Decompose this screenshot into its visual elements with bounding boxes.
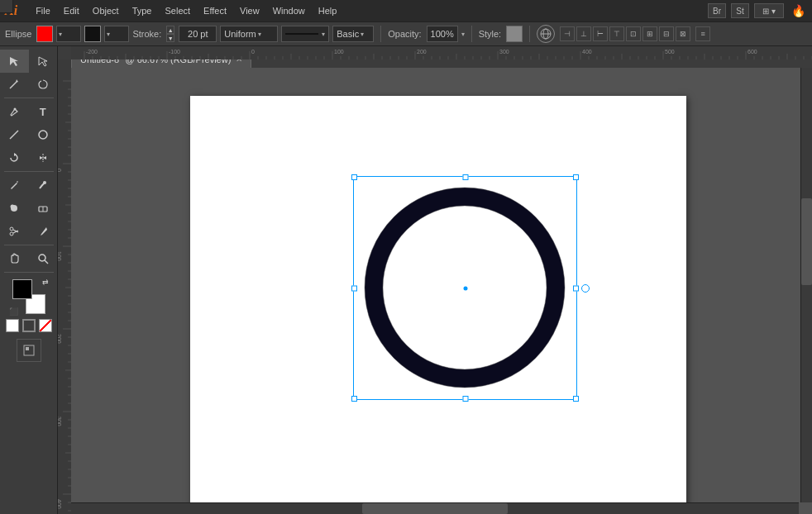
svg-text:-100: -100	[169, 49, 180, 55]
profile-label: Basic	[337, 29, 359, 39]
paintbrush-tool[interactable]	[29, 174, 58, 197]
direct-selection-tool[interactable]	[29, 50, 58, 73]
more-options-btn[interactable]: ≡	[695, 26, 710, 41]
fill-dropdown[interactable]: ▾	[56, 26, 81, 42]
menu-type[interactable]: Type	[126, 4, 159, 17]
reset-colors-icon[interactable]: ⬛	[9, 307, 18, 316]
stroke-weight-input[interactable]	[179, 26, 217, 42]
tool-row-1	[0, 50, 57, 73]
flame-icon[interactable]: 🔥	[789, 3, 807, 18]
menu-select[interactable]: Select	[158, 4, 197, 17]
selection-tool[interactable]	[0, 50, 29, 73]
menu-help[interactable]: Help	[312, 4, 344, 17]
tool-row-7	[0, 197, 57, 220]
opacity-arrow[interactable]: ▾	[461, 31, 465, 38]
swap-colors-icon[interactable]: ⇄	[42, 278, 49, 286]
magic-wand-tool[interactable]	[0, 73, 29, 96]
svg-text:400: 400	[582, 49, 592, 55]
scrollbar-horizontal[interactable]	[71, 502, 799, 514]
opacity-input[interactable]	[427, 26, 458, 42]
arrange-btn-6[interactable]: ⊞	[642, 26, 657, 41]
blob-brush-tool[interactable]	[0, 197, 29, 220]
ruler-vertical: 0100200300400	[58, 59, 71, 514]
tool-sep-4	[4, 272, 54, 273]
none-indicator[interactable]	[39, 319, 52, 332]
arrange-btn-3[interactable]: ⊢	[593, 26, 608, 41]
stock-icon[interactable]: St	[731, 3, 749, 18]
arrange-btn-5[interactable]: ⊡	[626, 26, 641, 41]
svg-text:600: 600	[748, 49, 757, 55]
color-section: ⬛ ⇄	[4, 276, 54, 317]
type-tool[interactable]: T	[29, 100, 58, 123]
tool-row-4	[0, 123, 57, 146]
scrollbar-h-thumb[interactable]	[362, 503, 508, 514]
svg-text:100: 100	[334, 49, 344, 55]
tool-row-2	[0, 73, 57, 96]
svg-rect-23	[71, 46, 812, 59]
tool-sep-2	[4, 171, 54, 172]
knife-tool[interactable]	[29, 220, 58, 243]
scrollbar-vertical[interactable]	[800, 68, 812, 502]
pen-tool[interactable]	[0, 100, 29, 123]
stroke-indicator[interactable]	[22, 319, 36, 332]
sep2	[471, 26, 472, 42]
tool-row-6	[0, 174, 57, 197]
reflect-tool[interactable]	[29, 146, 58, 169]
rotation-handle[interactable]	[581, 284, 590, 293]
profile-arrow: ▾	[361, 31, 364, 38]
arrange-btn-8[interactable]: ⊠	[676, 26, 690, 41]
svg-line-3	[10, 82, 17, 88]
bridge-icon[interactable]: Br	[708, 3, 726, 18]
doc-area: T	[0, 46, 812, 514]
menu-effect[interactable]: Effect	[197, 4, 233, 17]
style-swatch[interactable]	[506, 26, 523, 42]
stroke-up-arrow[interactable]: ▲	[166, 26, 174, 34]
svg-text:100: 100	[58, 251, 62, 261]
stroke-dropdown[interactable]: ▾	[104, 26, 129, 42]
stroke-down-arrow[interactable]: ▼	[166, 34, 174, 42]
svg-marker-4	[16, 79, 18, 83]
eraser-tool[interactable]	[29, 197, 58, 220]
fill-indicator[interactable]	[6, 319, 19, 332]
hand-tool[interactable]	[0, 247, 29, 270]
menu-object[interactable]: Object	[86, 4, 126, 17]
scrollbar-v-thumb[interactable]	[801, 198, 812, 285]
foreground-color-swatch[interactable]	[12, 279, 32, 299]
zoom-tool[interactable]	[29, 247, 58, 270]
arrange-btn-7[interactable]: ⊟	[659, 26, 674, 41]
stroke-type-dropdown[interactable]: Uniform ▾	[220, 26, 278, 42]
menu-view[interactable]: View	[233, 4, 266, 17]
svg-point-7	[39, 131, 47, 139]
options-bar: Ellipse ▾ ▾ Stroke: ▲ ▼ Uniform ▾ ▾ Basi…	[0, 21, 812, 46]
sep1	[380, 26, 381, 42]
svg-text:400: 400	[58, 499, 62, 509]
arrange-btn-4[interactable]: ⊤	[609, 26, 624, 41]
layer-toggle-btn[interactable]	[17, 339, 41, 362]
lasso-tool[interactable]	[29, 73, 58, 96]
rotate-tool[interactable]	[0, 146, 29, 169]
ellipse-selected[interactable]	[356, 178, 575, 397]
globe-icon[interactable]	[537, 25, 555, 43]
ellipse-tool[interactable]	[29, 123, 58, 146]
profile-dropdown[interactable]: Basic ▾	[332, 26, 374, 42]
svg-text:500: 500	[665, 49, 675, 55]
menu-window[interactable]: Window	[266, 4, 312, 17]
line-style-preview[interactable]: ▾	[281, 26, 329, 42]
svg-text:300: 300	[58, 416, 62, 426]
stroke-swatch[interactable]	[84, 26, 101, 42]
menu-edit[interactable]: Edit	[57, 4, 86, 17]
line-tool[interactable]	[0, 123, 29, 146]
pencil-tool[interactable]	[0, 174, 29, 197]
fill-swatch[interactable]	[36, 26, 53, 42]
workspace-switcher[interactable]: ⊞ ▾	[754, 3, 784, 18]
menu-file[interactable]: File	[29, 4, 57, 17]
svg-line-6	[10, 131, 18, 139]
tool-row-8	[0, 220, 57, 243]
stroke-label: Stroke:	[132, 29, 161, 39]
arrange-btn-2[interactable]: ⊥	[576, 26, 591, 41]
scissors-tool[interactable]	[0, 220, 29, 243]
svg-point-15	[10, 227, 13, 231]
tool-sep-3	[4, 245, 54, 245]
arrange-btn-1[interactable]: ⊣	[560, 26, 575, 41]
stroke-type-label: Uniform	[224, 29, 256, 39]
